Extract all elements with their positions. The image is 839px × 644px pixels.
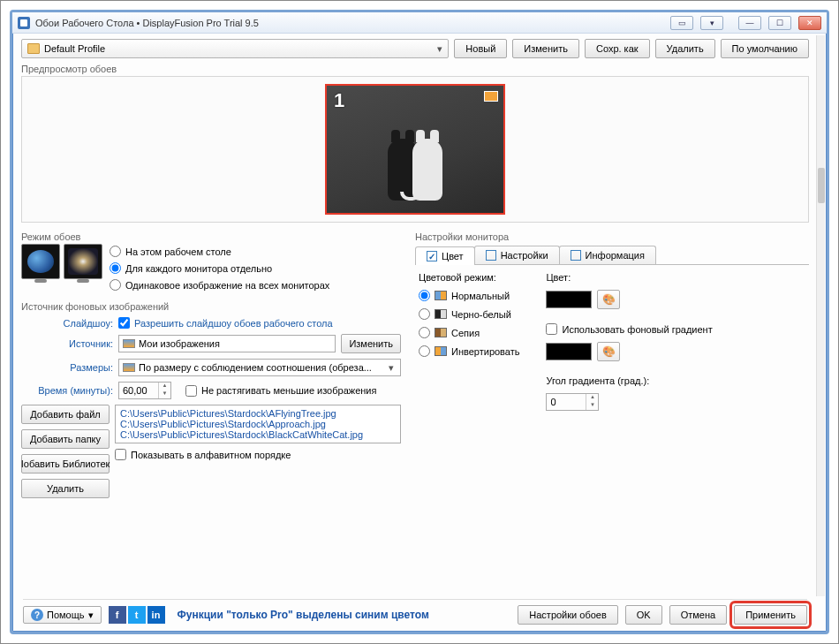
profile-selected: Default Profile: [44, 43, 105, 54]
color-label: Цвет:: [546, 272, 712, 283]
slideshow-label: Слайдшоу:: [21, 318, 113, 329]
sizes-combo[interactable]: По размеру с соблюдением соотношения (об…: [118, 359, 401, 376]
image-icon: [123, 363, 135, 372]
time-label: Время (минуты):: [21, 385, 113, 396]
add-folder-button[interactable]: Добавить папку: [21, 429, 110, 449]
scrollbar-vertical[interactable]: [816, 35, 825, 596]
preview-label: Предпросмотр обоев: [21, 64, 809, 74]
monitor-number: 1: [334, 89, 344, 112]
aux-button-1[interactable]: ▭: [670, 16, 693, 30]
source-label: Источник фоновых изображений: [21, 301, 401, 312]
save-as-button[interactable]: Сохр. как: [585, 39, 650, 58]
color-mode-sepia[interactable]: Сепия: [419, 327, 519, 338]
mode-radio-each-monitor[interactable]: Для каждого монитора отдельно: [110, 262, 329, 274]
monitor-thumbnail-1[interactable]: 1: [325, 84, 505, 215]
file-item[interactable]: C:\Users\Public\Pictures\Stardock\AFlyin…: [120, 408, 396, 419]
no-stretch-checkbox[interactable]: Не растягивать меньшие изображения: [185, 385, 376, 397]
twitter-icon[interactable]: t: [128, 606, 146, 624]
maximize-button[interactable]: ☐: [768, 16, 791, 30]
chevron-down-icon: ▾: [88, 610, 94, 621]
close-button[interactable]: ✕: [798, 16, 821, 30]
sizes-label: Размеры:: [21, 362, 113, 373]
color-sepia-icon: [435, 328, 447, 337]
cat-white-illustration: [412, 139, 442, 201]
change-source-button[interactable]: Изменить: [341, 334, 401, 353]
edit-button[interactable]: Изменить: [512, 39, 579, 58]
app-icon: [18, 17, 30, 29]
checkmark-icon: ✓: [427, 251, 437, 261]
add-library-button[interactable]: Іобавить Библиотек: [21, 454, 110, 474]
checkbox-empty-icon: [571, 250, 581, 261]
new-button[interactable]: Новый: [454, 39, 507, 58]
help-button[interactable]: ?Помощь▾: [23, 606, 102, 624]
window-title: Обои Рабочего Стола • DisplayFusion Pro …: [35, 18, 665, 28]
linkedin-icon[interactable]: in: [147, 606, 165, 624]
mode-radio-this-desktop[interactable]: На этом рабочем столе: [110, 246, 329, 257]
cancel-button[interactable]: Отмена: [669, 605, 727, 625]
gradient-checkbox[interactable]: Использовать фоновый градиент: [546, 323, 712, 335]
color-mode-normal[interactable]: Нормальный: [419, 290, 519, 301]
image-icon: [123, 339, 135, 348]
chevron-down-icon: ▾: [437, 43, 442, 55]
profile-select[interactable]: Default Profile ▾: [21, 39, 449, 58]
file-item[interactable]: C:\Users\Public\Pictures\Stardock\Approa…: [120, 419, 396, 429]
mode-thumb-galaxy[interactable]: [64, 244, 102, 279]
default-button[interactable]: По умолчанию: [721, 39, 809, 58]
wallpaper-settings-button[interactable]: Настройки обоев: [518, 605, 618, 625]
file-list[interactable]: C:\Users\Public\Pictures\Stardock\AFlyin…: [115, 405, 401, 443]
color-picker-button-2[interactable]: 🎨: [597, 342, 620, 361]
titlebar: Обои Рабочего Стола • DisplayFusion Pro …: [12, 12, 827, 34]
source-field-label: Источник:: [21, 338, 113, 349]
preview-area: 1: [21, 76, 809, 223]
color-picker-button[interactable]: 🎨: [597, 290, 620, 309]
facebook-icon[interactable]: f: [109, 606, 126, 624]
file-item[interactable]: C:\Users\Public\Pictures\Stardock\BlackC…: [120, 429, 396, 440]
apply-highlight: Применить: [729, 601, 812, 629]
tab-info[interactable]: Информация: [559, 246, 656, 264]
slideshow-checkbox[interactable]: Разрешить слайдшоу обоев рабочего стола: [118, 317, 333, 329]
mode-label: Режим обоев: [21, 231, 401, 242]
chevron-down-icon: ▾: [386, 362, 397, 374]
color-mode-bw[interactable]: Черно-белый: [419, 308, 519, 320]
color-bw-icon: [435, 309, 447, 319]
apply-button[interactable]: Применить: [734, 605, 807, 625]
ok-button[interactable]: OK: [625, 605, 662, 625]
delete-file-button[interactable]: Удалить: [21, 479, 110, 498]
help-icon: ?: [31, 609, 43, 621]
angle-label: Угол градиента (град.):: [546, 375, 712, 386]
time-spinner[interactable]: 60,00▲▼: [118, 382, 171, 399]
color-swatch-primary[interactable]: [546, 291, 592, 308]
mode-radio-same-all[interactable]: Одинаковое изображение на всех мониторах: [110, 279, 329, 291]
source-combo[interactable]: Мои изображения: [118, 335, 336, 352]
image-badge-icon: [484, 91, 498, 102]
profile-icon: [27, 43, 40, 54]
color-normal-icon: [435, 291, 447, 300]
alpha-sort-checkbox[interactable]: Показывать в алфавитном порядке: [115, 449, 401, 460]
color-mode-invert[interactable]: Инвертировать: [419, 345, 519, 357]
angle-spinner[interactable]: 0▲▼: [546, 393, 599, 411]
color-mode-label: Цветовой режим:: [419, 272, 519, 283]
checkbox-empty-icon: [486, 250, 496, 261]
add-file-button[interactable]: Добавить файл: [21, 405, 110, 424]
tab-settings[interactable]: Настройки: [474, 246, 560, 264]
mode-thumb-earth[interactable]: [21, 244, 60, 279]
minimize-button[interactable]: —: [738, 16, 761, 30]
aux-button-2[interactable]: ▾: [700, 16, 723, 30]
monitor-settings-label: Настройки монитора: [415, 231, 809, 242]
pro-note: Функции "только Pro" выделены синим цвет…: [178, 609, 429, 621]
color-swatch-secondary[interactable]: [546, 343, 592, 360]
color-invert-icon: [435, 346, 447, 356]
delete-profile-button[interactable]: Удалить: [655, 39, 715, 58]
tab-color[interactable]: ✓Цвет: [415, 246, 475, 265]
